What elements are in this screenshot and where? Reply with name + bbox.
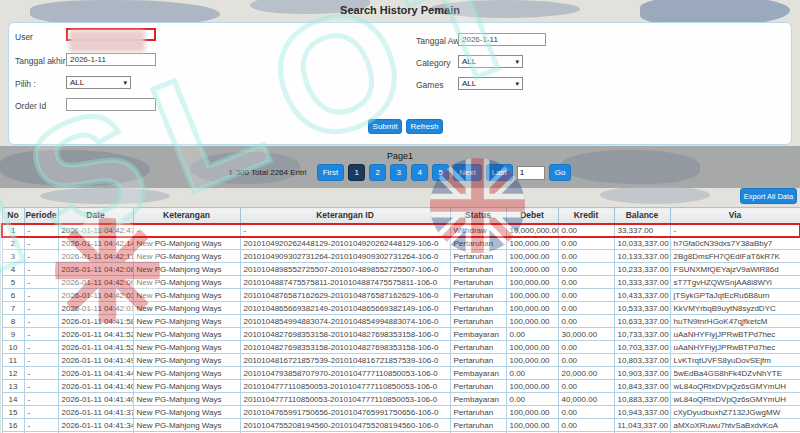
cell-status: Pembayaran [450,367,506,380]
cell-keterangan-id[interactable]: 2010104865669382149-2010104865669382149-… [240,302,450,315]
cell-keterangan: New PG-Mahjong Ways [133,393,240,406]
page-button-2[interactable]: 2 [369,164,386,181]
cell-keterangan-id[interactable]: 2010104777110850053-2010104777110850053-… [240,380,450,393]
column-header: Status [450,208,506,224]
cell-keterangan-id[interactable]: 2010104827698353158-2010104827698353158-… [240,341,450,354]
cell-no: 13 [2,380,24,393]
tanggal-akhir-label: Tanggal akhir [15,56,66,66]
entries-summary: 1-300 Total 2264 Entri [229,168,307,177]
page-button-1[interactable]: 1 [348,164,365,181]
submit-button[interactable]: Submit [368,119,402,134]
cell-balance: 10,233,337.00 [614,263,670,276]
page-title: Search History Pemain [0,4,800,16]
cell-no: 9 [2,328,24,341]
next-page-button[interactable]: Next [453,164,481,181]
cell-no: 11 [2,354,24,367]
cell-date: 2026-01-11 04:41:37 [58,406,133,419]
cell-via: h7Gfa0cN39dxs7Y38aBby7 [670,237,800,250]
cell-keterangan-id[interactable]: 2010104876587162629-2010104876587162629-… [240,289,450,302]
cell-via: 5wEdBa4GS8hFk4DZvNhYTE [670,367,800,380]
cell-balance: 10,703,337.00 [614,341,670,354]
refresh-button[interactable]: Refresh [406,119,443,134]
cell-keterangan: New PG-Mahjong Ways [133,419,240,432]
column-header: Date [58,208,133,224]
cell-status: Pertaruhan [450,237,506,250]
user-label: User [15,32,33,42]
cell-kredit: 0.00 [558,289,614,302]
cell-debet: 100,000.00 [506,341,558,354]
cell-balance: 10,733,337.00 [614,328,670,341]
export-all-data-button[interactable]: Export All Data [740,188,797,204]
cell-periode: - [24,289,58,302]
cell-keterangan-id[interactable]: 2010104909302731264-2010104909302731264-… [240,250,450,263]
category-select[interactable]: ALL ▾ [458,55,523,68]
table-row: 3-2026-01-11 04:42:11New PG-Mahjong Ways… [2,250,800,263]
cell-status: Pertaruhan [450,302,506,315]
cell-status: Pertaruhan [450,289,506,302]
order-id-input[interactable] [66,98,156,111]
cell-date: 2026-01-11 04:41:44 [58,367,133,380]
cell-balance: 11,043,337.00 [614,419,670,432]
cell-status: Pertaruhan [450,341,506,354]
cell-keterangan-id[interactable]: 2010104887475575811-2010104887475575811-… [240,276,450,289]
last-page-button[interactable]: Last [486,164,513,181]
cell-kredit: 0.00 [558,380,614,393]
table-row: 2-2026-01-11 04:42:14New PG-Mahjong Ways… [2,237,800,250]
first-page-button[interactable]: First [317,164,345,181]
cell-keterangan-id[interactable]: 2010104898552725507-2010104898552725507-… [240,263,450,276]
cell-periode: - [24,419,58,432]
tanggal-awal-input[interactable] [458,33,546,46]
cell-keterangan-id[interactable]: 2010104765991750656-2010104765991750656-… [240,406,450,419]
cell-keterangan-id[interactable]: 2010104816721857539-2010104816721857539-… [240,354,450,367]
cell-keterangan: New PG-Mahjong Ways [133,328,240,341]
cell-balance: 10,903,337.00 [614,367,670,380]
table-row: 12-2026-01-11 04:41:44New PG-Mahjong Way… [2,367,800,380]
games-select[interactable]: ALL ▾ [458,77,523,90]
cell-debet: 100,000.00 [506,315,558,328]
cell-date: 2026-01-11 04:42:06 [58,276,133,289]
page-button-5[interactable]: 5 [432,164,449,181]
cell-via: uAaNHYFiyjJPRwBTPd7hec [670,341,800,354]
cell-keterangan-id[interactable]: 2010104854994883074-2010104854994883074-… [240,315,450,328]
cell-kredit: 0.00 [558,341,614,354]
cell-keterangan-id[interactable]: 2010104777110850053-2010104777110850053-… [240,393,450,406]
page-button-3[interactable]: 3 [390,164,407,181]
order-id-label: Order Id [15,101,46,111]
cell-debet: 10,000,000.00 [506,224,558,237]
cell-via: wL84oQRtxDVpQz6sGMYmUH [670,393,800,406]
cell-date: 2026-01-11 04:42:01 [58,302,133,315]
cell-keterangan: New PG-Mahjong Ways [133,380,240,393]
cell-keterangan: New PG-Mahjong Ways [133,276,240,289]
cell-balance: 10,843,337.00 [614,380,670,393]
cell-via: uAaNHYFiyjJPRwBTPd7hec [670,328,800,341]
page-button-4[interactable]: 4 [411,164,428,181]
tanggal-akhir-input[interactable] [66,53,156,66]
cell-status: Withdraw [450,224,506,237]
cell-keterangan: - [133,224,240,237]
cell-via: FSUNXMfQEYajzV9aWlR86d [670,263,800,276]
cell-balance: 10,433,337.00 [614,289,670,302]
column-header: Keterangan ID [240,208,450,224]
cell-kredit: 40,000.00 [558,393,614,406]
cell-date: 2026-01-11 04:41:58 [58,315,133,328]
cell-via: jTSykGPTaJqtEcRu6B8urn [670,289,800,302]
column-header: Periode [24,208,58,224]
cell-status: Pertaruhan [450,354,506,367]
cell-keterangan-id[interactable]: 2010104793858707970-2010104777110850053-… [240,367,450,380]
cell-keterangan-id[interactable]: 2010104920262448129-2010104920262448129-… [240,237,450,250]
cell-balance: 10,333,337.00 [614,276,670,289]
cell-keterangan: New PG-Mahjong Ways [133,263,240,276]
cell-no: 1 [2,224,24,237]
cell-keterangan-id[interactable]: 2010104827698353158-2010104827698353158-… [240,328,450,341]
cell-debet: 100,000.00 [506,380,558,393]
cell-periode: - [24,263,58,276]
cell-keterangan-id[interactable]: 2010104755208194560-2010104755208194560-… [240,419,450,432]
cell-periode: - [24,276,58,289]
cell-status: Pertaruhan [450,250,506,263]
cell-periode: - [24,224,58,237]
table-row: 7-2026-01-11 04:42:01New PG-Mahjong Ways… [2,302,800,315]
goto-page-input[interactable] [517,166,545,180]
cell-kredit: 0.00 [558,224,614,237]
go-button[interactable]: Go [549,164,572,181]
pilih-select[interactable]: ALL ▾ [66,76,131,89]
